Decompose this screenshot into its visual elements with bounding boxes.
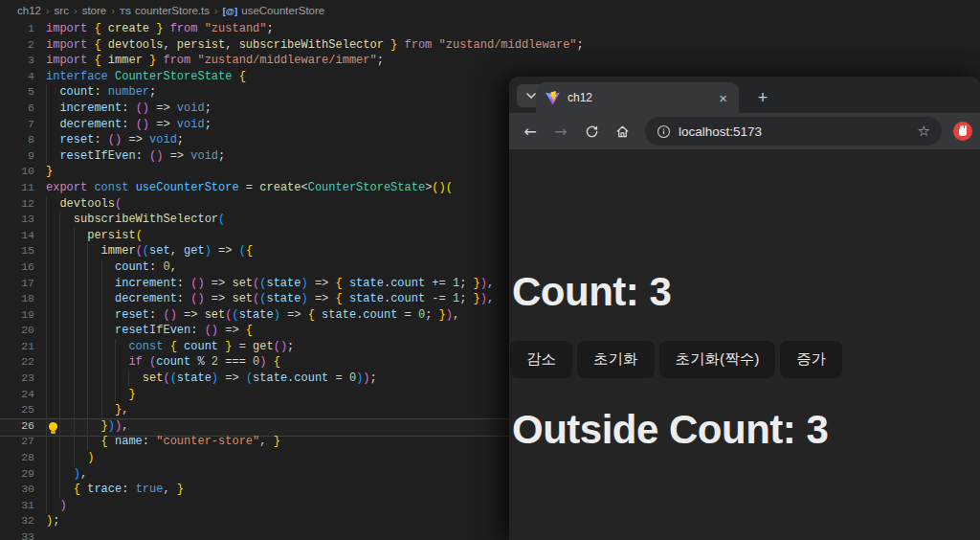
web-page-content: Count: 3 감소초기화초기화(짝수)증가 Outside Count: 3 [509, 149, 980, 540]
code-line: 2import { devtools, persist, subscribeWi… [0, 37, 980, 54]
indent-guide [87, 276, 88, 292]
indent-guide [87, 387, 88, 403]
line-number: 26 [0, 418, 34, 435]
line-number: 30 [0, 482, 34, 498]
adblock-extension-icon[interactable] [953, 122, 972, 141]
indent-guide [74, 339, 75, 355]
indent-guide [59, 387, 60, 403]
line-content: count: number; [34, 84, 156, 101]
line-content: } [34, 164, 53, 180]
indent-guide [87, 402, 88, 418]
line-content: immer((set, get) => ({ [34, 243, 253, 259]
line-number: 20 [0, 323, 34, 339]
line-number: 15 [0, 243, 34, 259]
address-bar[interactable]: localhost:5173 ☆ [645, 117, 942, 146]
line-content: increment: () => set((state) => { state.… [34, 276, 494, 292]
line-content: ) [34, 450, 94, 466]
indent-guide [74, 228, 75, 244]
indent-guide [59, 323, 60, 339]
line-content: increment: () => void; [34, 101, 212, 117]
line-content: decrement: () => void; [34, 117, 212, 133]
line-number: 28 [0, 450, 34, 466]
indent-guide [87, 307, 88, 324]
line-number: 10 [0, 164, 34, 180]
indent-guide [115, 354, 116, 371]
line-content: ); [34, 513, 59, 529]
line-number: 18 [0, 291, 34, 307]
indent-guide [46, 259, 47, 276]
indent-guide [74, 291, 75, 307]
line-number: 6 [0, 101, 34, 117]
url-text[interactable]: localhost:5173 [679, 124, 910, 139]
line-content: } [34, 387, 136, 403]
line-number: 25 [0, 402, 34, 418]
indent-guide [74, 450, 75, 466]
forward-button[interactable]: → [547, 118, 574, 145]
indent-guide [59, 243, 60, 259]
counter-button[interactable]: 초기화(짝수) [659, 341, 776, 378]
breadcrumb-item[interactable]: src [55, 5, 69, 16]
line-content: resetIfEven: () => void; [34, 148, 225, 165]
reload-icon [585, 124, 599, 139]
breadcrumb-item[interactable]: store [82, 5, 107, 16]
line-number: 8 [0, 132, 34, 148]
breadcrumb-separator: › [46, 5, 50, 16]
browser-window: ch12 × + ← → localhost:5173 ☆ [509, 77, 980, 540]
line-number: 19 [0, 307, 34, 324]
indent-guide [74, 243, 75, 259]
indent-guide [46, 243, 47, 259]
home-button[interactable] [609, 118, 635, 145]
line-content: set((state) => (state.count = 0)); [34, 371, 377, 387]
indent-guide [46, 387, 47, 403]
typescript-file-icon: TS [120, 6, 131, 16]
line-content: persist( [34, 228, 143, 244]
line-number: 5 [0, 84, 34, 101]
indent-guide [87, 434, 88, 450]
symbol-variable-icon: [@] [223, 6, 238, 16]
counter-button[interactable]: 초기화 [577, 341, 655, 378]
indent-guide [46, 339, 47, 355]
line-content: devtools( [34, 196, 122, 213]
breadcrumb-file[interactable]: TScounterStore.ts [120, 5, 210, 16]
line-content: interface CounterStoreState { [34, 69, 246, 85]
back-button[interactable]: ← [517, 118, 544, 145]
line-content: }, [34, 402, 128, 418]
line-number: 27 [0, 434, 34, 450]
indent-guide [128, 371, 129, 387]
indent-guide [46, 371, 47, 387]
lightbulb-icon[interactable] [48, 422, 58, 435]
indent-guide [101, 276, 102, 292]
indent-guide [87, 371, 88, 387]
line-content: count: 0, [34, 259, 177, 276]
new-tab-button[interactable]: + [750, 85, 775, 110]
bookmark-star-icon[interactable]: ☆ [918, 123, 930, 140]
tab-strip: ch12 × + [509, 77, 980, 113]
info-icon[interactable] [657, 124, 671, 139]
indent-guide [59, 418, 60, 435]
indent-guide [101, 387, 102, 403]
line-number: 17 [0, 276, 34, 292]
counter-button[interactable]: 감소 [510, 341, 572, 378]
indent-guide [74, 418, 75, 435]
indent-guide [59, 228, 60, 244]
indent-guide [46, 323, 47, 339]
line-content: import { devtools, persist, subscribeWit… [34, 37, 584, 54]
line-number: 21 [0, 339, 34, 355]
tab-title: ch12 [568, 91, 717, 104]
reload-button[interactable] [578, 118, 605, 145]
line-content: const { count } = get(); [34, 339, 294, 355]
line-number: 22 [0, 354, 34, 371]
counter-button[interactable]: 증가 [780, 341, 842, 378]
line-content: ) [34, 498, 67, 514]
line-number: 4 [0, 69, 34, 85]
browser-tab[interactable]: ch12 × [536, 82, 739, 113]
breadcrumb-symbol[interactable]: [@]useCounterStore [223, 5, 325, 16]
indent-guide [87, 291, 88, 307]
breadcrumb-item[interactable]: ch12 [17, 5, 41, 16]
tab-close-icon[interactable]: × [717, 91, 729, 105]
line-number: 24 [0, 387, 34, 403]
indent-guide [101, 259, 102, 276]
indent-guide [59, 212, 60, 228]
indent-guide [46, 132, 47, 148]
indent-guide [74, 323, 75, 339]
